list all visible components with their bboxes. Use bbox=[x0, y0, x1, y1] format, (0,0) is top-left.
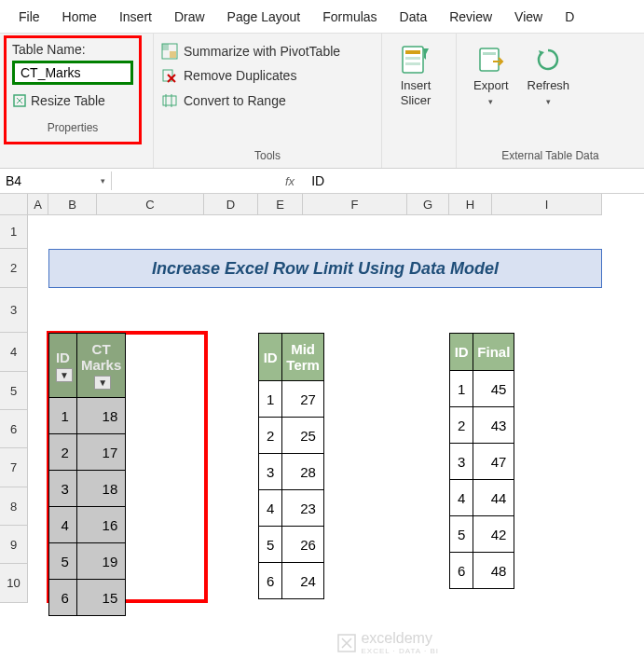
refresh-button[interactable]: Refresh▾ bbox=[518, 39, 580, 111]
formula-bar: B4 ▾ fx ID bbox=[0, 169, 644, 194]
slicer-icon bbox=[399, 43, 432, 76]
row-header-6[interactable]: 6 bbox=[0, 410, 28, 448]
row-header-1[interactable]: 1 bbox=[0, 215, 28, 249]
ribbon: Table Name: Resize Table Properties bbox=[0, 34, 644, 169]
convert-range-button[interactable]: Convert to Range bbox=[161, 92, 340, 109]
column-header-I[interactable]: I bbox=[492, 194, 602, 215]
table-header[interactable]: ID▼ bbox=[49, 334, 77, 398]
row-headers: 12345678910 bbox=[0, 215, 28, 603]
table-cell[interactable]: 42 bbox=[473, 516, 514, 553]
tab-file[interactable]: File bbox=[7, 2, 51, 32]
tab-data[interactable]: Data bbox=[389, 2, 439, 32]
column-header-G[interactable]: G bbox=[407, 194, 449, 215]
ct-marks-table[interactable]: ID▼CT Marks▼118217318416519615 bbox=[48, 333, 126, 616]
table-name-input[interactable] bbox=[12, 61, 133, 85]
table-cell[interactable]: 4 bbox=[450, 480, 473, 516]
table-cell[interactable]: 5 bbox=[49, 543, 77, 580]
table-cell[interactable]: 3 bbox=[450, 444, 473, 480]
row-header-8[interactable]: 8 bbox=[0, 487, 28, 526]
table-cell[interactable]: 25 bbox=[282, 418, 324, 454]
table-cell[interactable]: 5 bbox=[259, 527, 282, 563]
properties-group-label: Properties bbox=[12, 117, 133, 138]
table-cell[interactable]: 5 bbox=[450, 516, 473, 553]
column-header-F[interactable]: F bbox=[303, 194, 407, 215]
tab-view[interactable]: View bbox=[503, 2, 554, 32]
table-cell[interactable]: 19 bbox=[76, 543, 125, 580]
table-cell[interactable]: 2 bbox=[259, 418, 282, 454]
table-name-label: Table Name: bbox=[12, 42, 133, 57]
table-cell[interactable]: 2 bbox=[450, 407, 473, 444]
table-cell[interactable]: 27 bbox=[282, 381, 324, 418]
table-cell[interactable]: 43 bbox=[473, 407, 514, 444]
table-cell[interactable]: 6 bbox=[259, 563, 282, 599]
table-cell[interactable]: 15 bbox=[76, 580, 125, 616]
column-header-H[interactable]: H bbox=[449, 194, 492, 215]
table-header[interactable]: ID bbox=[259, 334, 282, 381]
tab-insert[interactable]: Insert bbox=[108, 2, 163, 32]
tab-home[interactable]: Home bbox=[51, 2, 108, 32]
column-header-E[interactable]: E bbox=[258, 194, 303, 215]
table-cell[interactable]: 2 bbox=[49, 434, 77, 471]
external-group-label: External Table Data bbox=[464, 145, 637, 166]
table-header[interactable]: Mid Term bbox=[282, 334, 324, 381]
resize-icon bbox=[12, 92, 27, 108]
row-header-3[interactable]: 3 bbox=[0, 288, 28, 333]
table-cell[interactable]: 47 bbox=[473, 444, 514, 480]
row-header-7[interactable]: 7 bbox=[0, 448, 28, 487]
row-header-2[interactable]: 2 bbox=[0, 249, 28, 288]
table-cell[interactable]: 4 bbox=[259, 490, 282, 527]
remove-duplicates-button[interactable]: Remove Duplicates bbox=[161, 67, 340, 84]
mid-term-table[interactable]: IDMid Term127225328423526624 bbox=[258, 333, 324, 599]
table-cell[interactable]: 17 bbox=[76, 434, 125, 471]
range-icon bbox=[161, 92, 178, 109]
fx-icon[interactable]: fx bbox=[285, 174, 295, 188]
table-cell[interactable]: 18 bbox=[76, 471, 125, 507]
tab-draw[interactable]: Draw bbox=[163, 2, 216, 32]
table-cell[interactable]: 6 bbox=[450, 553, 473, 589]
table-cell[interactable]: 48 bbox=[473, 553, 514, 589]
chevron-down-icon: ▾ bbox=[546, 97, 551, 106]
table-cell[interactable]: 1 bbox=[450, 371, 473, 407]
column-header-C[interactable]: C bbox=[97, 194, 204, 215]
table-header[interactable]: CT Marks▼ bbox=[76, 334, 125, 398]
table-header[interactable]: ID bbox=[450, 334, 473, 371]
table-cell[interactable]: 28 bbox=[282, 454, 324, 490]
column-header-A[interactable]: A bbox=[28, 194, 48, 215]
table-cell[interactable]: 44 bbox=[473, 480, 514, 516]
column-header-D[interactable]: D bbox=[204, 194, 258, 215]
table-cell[interactable]: 18 bbox=[76, 398, 125, 434]
final-table[interactable]: IDFinal145243347444542648 bbox=[449, 333, 514, 589]
row-header-9[interactable]: 9 bbox=[0, 526, 28, 564]
table-cell[interactable]: 4 bbox=[49, 507, 77, 543]
table-cell[interactable]: 1 bbox=[259, 381, 282, 418]
table-cell[interactable]: 26 bbox=[282, 527, 324, 563]
tab-review[interactable]: Review bbox=[438, 2, 503, 32]
filter-dropdown-icon[interactable]: ▼ bbox=[94, 376, 111, 390]
table-cell[interactable]: 6 bbox=[49, 580, 77, 616]
formula-value[interactable]: ID bbox=[302, 173, 324, 188]
row-header-10[interactable]: 10 bbox=[0, 564, 28, 603]
name-box[interactable]: B4 ▾ bbox=[0, 171, 112, 190]
svg-rect-7 bbox=[405, 50, 420, 54]
summarize-pivot-button[interactable]: Summarize with PivotTable bbox=[161, 43, 340, 60]
title-banner: Increase Excel Row Limit Using Data Mode… bbox=[48, 249, 602, 288]
column-header-B[interactable]: B bbox=[48, 194, 97, 215]
row-header-5[interactable]: 5 bbox=[0, 372, 28, 410]
export-button[interactable]: Export▾ bbox=[464, 39, 518, 111]
insert-slicer-button[interactable]: InsertSlicer bbox=[390, 39, 442, 111]
resize-table-button[interactable]: Resize Table bbox=[12, 92, 133, 108]
tab-page-layout[interactable]: Page Layout bbox=[216, 2, 312, 32]
table-header[interactable]: Final bbox=[473, 334, 514, 371]
tab-more[interactable]: D bbox=[554, 2, 585, 32]
select-all-corner[interactable] bbox=[0, 194, 28, 215]
table-cell[interactable]: 1 bbox=[49, 398, 77, 434]
table-cell[interactable]: 23 bbox=[282, 490, 324, 527]
table-cell[interactable]: 16 bbox=[76, 507, 125, 543]
table-cell[interactable]: 3 bbox=[259, 454, 282, 490]
table-cell[interactable]: 24 bbox=[282, 563, 324, 599]
table-cell[interactable]: 45 bbox=[473, 371, 514, 407]
tab-formulas[interactable]: Formulas bbox=[311, 2, 388, 32]
row-header-4[interactable]: 4 bbox=[0, 333, 28, 372]
table-cell[interactable]: 3 bbox=[49, 471, 77, 507]
filter-dropdown-icon[interactable]: ▼ bbox=[56, 368, 73, 382]
